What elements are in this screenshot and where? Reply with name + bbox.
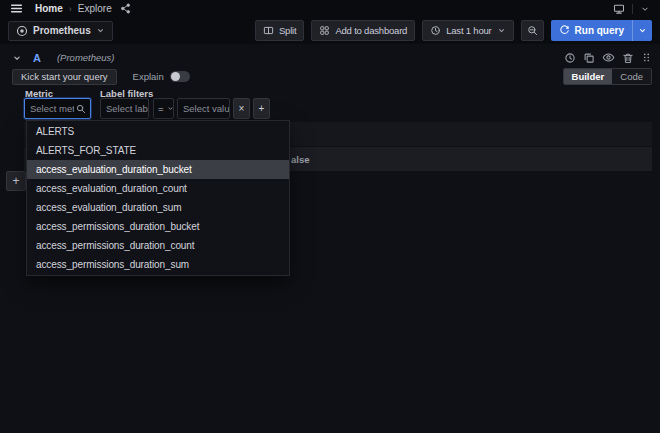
time-range-picker[interactable]: Last 1 hour bbox=[422, 20, 513, 41]
explain-label: Explain bbox=[133, 71, 164, 82]
metric-option[interactable]: access_evaluation_duration_count bbox=[27, 179, 289, 198]
datasource-chevron-down-icon bbox=[96, 26, 105, 35]
query-row-actions bbox=[564, 51, 652, 64]
operator-select-field[interactable]: = bbox=[153, 98, 174, 119]
clock-icon bbox=[430, 25, 441, 36]
label-select-placeholder: Select label bbox=[101, 103, 149, 114]
add-query-button[interactable]: + bbox=[6, 171, 26, 191]
metric-option[interactable]: access_evaluation_duration_sum bbox=[27, 198, 289, 217]
value-select-placeholder: Select value bbox=[178, 103, 230, 114]
breadcrumb-explore[interactable]: Explore bbox=[78, 3, 112, 14]
split-button[interactable]: Split bbox=[255, 20, 304, 41]
run-query-button[interactable]: Run query bbox=[551, 20, 652, 41]
mode-code-button[interactable]: Code bbox=[612, 69, 651, 84]
kick-start-query-button[interactable]: Kick start your query bbox=[12, 69, 117, 85]
breadcrumb: Home › Explore bbox=[35, 3, 112, 14]
metric-select-field[interactable] bbox=[24, 98, 91, 119]
share-icon[interactable] bbox=[120, 3, 131, 14]
metric-dropdown: ALERTS ALERTS_FOR_STATE access_evaluatio… bbox=[26, 120, 290, 276]
apps-grid-icon bbox=[319, 25, 330, 36]
nav-divider bbox=[632, 4, 633, 14]
run-query-dropdown-toggle[interactable] bbox=[632, 20, 652, 41]
run-query-label: Run query bbox=[575, 25, 624, 36]
query-tools-row: Kick start your query Explain Builder Co… bbox=[12, 68, 652, 85]
metric-option[interactable]: access_permissions_duration_bucket bbox=[27, 217, 289, 236]
history-icon[interactable] bbox=[564, 52, 576, 64]
explore-toolbar: Prometheus Split Add to dashboard Last 1… bbox=[0, 17, 660, 44]
toolbar-right-actions: Split Add to dashboard Last 1 hour bbox=[255, 20, 652, 41]
metric-option[interactable]: access_permissions_duration_sum bbox=[27, 255, 289, 274]
copy-query-icon[interactable] bbox=[583, 52, 595, 64]
toggle-knob bbox=[171, 72, 180, 81]
top-nav-bar: Home › Explore bbox=[0, 0, 660, 17]
eye-icon[interactable] bbox=[602, 51, 615, 64]
metric-select-input[interactable] bbox=[25, 103, 76, 114]
mode-builder-button[interactable]: Builder bbox=[564, 69, 613, 84]
split-pane-icon bbox=[263, 25, 274, 36]
builder-inputs-row: Select label = Select value × + bbox=[0, 98, 660, 119]
kiosk-monitor-icon[interactable] bbox=[613, 3, 625, 15]
datasource-picker[interactable]: Prometheus bbox=[8, 21, 113, 41]
datasource-picker-label: Prometheus bbox=[33, 25, 91, 36]
drag-handle-icon[interactable] bbox=[641, 52, 652, 63]
refresh-icon bbox=[559, 25, 570, 36]
metric-option[interactable]: ALERTS bbox=[27, 122, 289, 141]
add-to-dashboard-label: Add to dashboard bbox=[335, 25, 407, 36]
zoom-out-time-button[interactable] bbox=[521, 20, 544, 41]
editor-mode-toggle: Builder Code bbox=[563, 68, 652, 85]
metric-option[interactable]: access_permissions_duration_count bbox=[27, 236, 289, 255]
query-row-header: A (Prometheus) bbox=[8, 49, 652, 66]
remove-filter-button[interactable]: × bbox=[233, 98, 250, 119]
breadcrumb-home[interactable]: Home bbox=[35, 3, 63, 14]
options-row-fragment: alse bbox=[291, 154, 310, 165]
time-range-chevron-down-icon bbox=[497, 26, 506, 35]
prometheus-logo-icon bbox=[16, 25, 28, 37]
zoom-out-icon bbox=[527, 25, 538, 36]
time-range-label: Last 1 hour bbox=[446, 25, 491, 36]
search-icon bbox=[76, 104, 86, 114]
metric-option-highlighted[interactable]: access_evaluation_duration_bucket bbox=[27, 160, 289, 179]
query-ref-id[interactable]: A bbox=[33, 52, 41, 64]
breadcrumb-separator: › bbox=[69, 4, 72, 14]
operator-value: = bbox=[154, 103, 167, 114]
collapse-chevron-down-icon[interactable] bbox=[12, 53, 22, 63]
add-filter-button[interactable]: + bbox=[253, 98, 270, 119]
nav-right-controls bbox=[613, 3, 650, 15]
explain-toggle[interactable] bbox=[170, 71, 190, 82]
add-to-dashboard-button[interactable]: Add to dashboard bbox=[311, 20, 415, 41]
metric-option[interactable]: ALERTS_FOR_STATE bbox=[27, 141, 289, 160]
nav-chevron-down-icon[interactable] bbox=[640, 4, 650, 14]
operator-chevron-down-icon bbox=[167, 105, 174, 112]
trash-icon[interactable] bbox=[622, 52, 634, 64]
label-select-field[interactable]: Select label bbox=[100, 98, 149, 119]
query-datasource-hint: (Prometheus) bbox=[57, 52, 115, 63]
split-button-label: Split bbox=[279, 25, 296, 36]
value-select-field[interactable]: Select value bbox=[177, 98, 230, 119]
grafana-explore-page: { "colors": { "accent_blue": "#3d71d9", … bbox=[0, 0, 660, 433]
menu-icon[interactable] bbox=[10, 2, 23, 15]
